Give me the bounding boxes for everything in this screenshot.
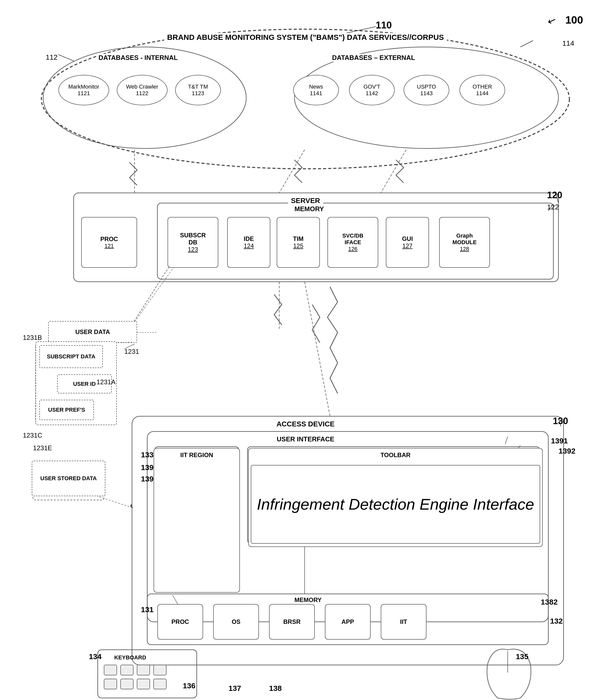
rect-subscrdb-123: SUBSCRDB 123 [167, 217, 218, 268]
rect-iit-bottom: IIT [381, 604, 427, 640]
rect-ide-124: IDE 124 [227, 217, 270, 268]
ref-100-label: 100 [565, 14, 583, 26]
rect-gui-127: GUI 127 [386, 217, 429, 268]
rect-os-bottom: OS [213, 604, 259, 640]
rect-brsr-bottom: BRSR [269, 604, 315, 640]
user-prefs-box: USER PREF'S [39, 400, 94, 420]
rect-app-bottom: APP [325, 604, 371, 640]
ref-120-label: 120 [547, 190, 562, 200]
ref-138-label: 138 [269, 684, 282, 692]
rect-graphmodule-128: GraphMODULE 128 [439, 217, 490, 268]
ref-1382-label: 1382 [541, 598, 558, 606]
user-stored-data-box: USER STORED DATA [32, 461, 105, 496]
ref-137-label: 137 [228, 684, 241, 692]
user-data-box: USER DATA [48, 321, 137, 343]
ui-label: USER INTERFACE [274, 435, 337, 443]
oval-uspto: USPTO 1143 [404, 75, 449, 105]
bams-title: BRAND ABUSE MONITORING SYSTEM ("BAMS") D… [164, 33, 447, 42]
subscript-data-box: SUBSCRIPT DATA [39, 345, 103, 368]
memory-label: MEMORY [292, 205, 326, 213]
ref-139-label: 139 [141, 463, 153, 472]
ref-112-label: 112 [46, 53, 58, 61]
rect-svcdbiface-126: SVC/DBIFACE 126 [327, 217, 378, 268]
ide-interface-box: Infringement Detection Engine Interface [251, 465, 540, 543]
rect-tim-125: TIM 125 [277, 217, 320, 268]
server-label: SERVER [288, 197, 323, 205]
access-device-label: ACCESS DEVICE [273, 420, 338, 428]
ref-110-label: 110 [376, 20, 392, 31]
ref-1231-label: 1231 [124, 348, 139, 356]
db-external-label: DATABASES – EXTERNAL [330, 54, 417, 62]
oval-other: OTHER 1144 [460, 75, 505, 105]
ref-114-label: 114 [562, 39, 574, 47]
ref-1231a-label: 1231A [96, 378, 116, 386]
ref-134-label: 134 [89, 652, 102, 661]
ref-132-label: 132 [550, 617, 563, 625]
ref-1231b-label: 1231B [23, 334, 42, 342]
rect-proc-121: PROC 121 [81, 217, 137, 268]
rect-proc-bottom: PROC [158, 604, 203, 640]
ref-1391-label: 1391 [551, 436, 568, 445]
ref-136-label: 136 [183, 682, 195, 690]
ref-1231e-label: 1231E [33, 444, 52, 452]
ref-100-arrow: ↙ [546, 14, 558, 28]
oval-govt: GOV'T 1142 [349, 75, 395, 105]
memory-bottom-label: MEMORY [292, 596, 324, 604]
ref-1392-label: 1392 [558, 447, 576, 455]
keyboard-label: KEYBOARD [114, 654, 146, 661]
ref-135-label: 135 [516, 652, 528, 661]
ref-131-label: 131 [141, 605, 153, 614]
ref-130-label: 130 [553, 416, 568, 427]
ref-122-label: 122 [547, 203, 559, 211]
iit-region-box: IIT REGION [153, 448, 240, 593]
db-internal-label: DATABASES - INTERNAL [96, 54, 180, 62]
oval-markmonitor: MarkMonitor 1121 [58, 75, 109, 105]
oval-tttm: T&T TM 1123 [175, 75, 221, 105]
ref-1231c-label: 1231C [23, 431, 42, 440]
ref-133-label: 133 [141, 450, 153, 459]
oval-webcrawler: Web Crawler 1122 [117, 75, 167, 105]
oval-news: News 1141 [293, 75, 339, 105]
toolbar-label: TOOLBAR [249, 448, 542, 459]
